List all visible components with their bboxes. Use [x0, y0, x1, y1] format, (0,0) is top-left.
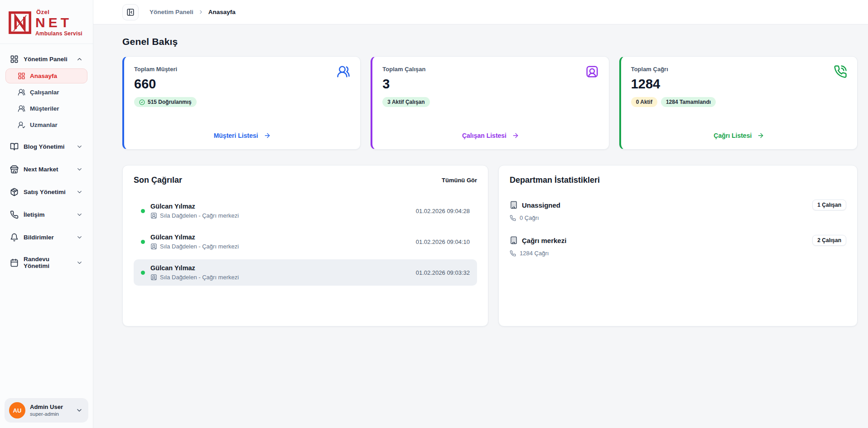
phone-icon — [510, 250, 516, 257]
sidebar-group-label: Yönetim Paneli — [24, 56, 68, 63]
arrow-right-icon — [264, 132, 271, 139]
chevron-down-icon — [76, 143, 83, 150]
users-icon — [18, 105, 25, 112]
sidebar-nav: Yönetim Paneli Anasayfa Çalışanlar — [0, 44, 93, 394]
panels-row: Son Çağrılar Tümünü Gör Gülcan Yılmaz Sı… — [122, 165, 858, 326]
chevron-right-icon — [198, 9, 204, 15]
chevron-down-icon — [76, 211, 83, 218]
arrow-right-icon — [757, 132, 764, 139]
sidebar-item-label: Next Market — [24, 166, 58, 173]
breadcrumb-parent[interactable]: Yönetim Paneli — [149, 9, 193, 15]
musteri-listesi-link[interactable]: Müşteri Listesi — [134, 132, 350, 139]
call-list: Gülcan Yılmaz Sıla Dağdelen - Çağrı merk… — [134, 198, 477, 286]
content: Genel Bakış Toplam Müşteri 660 515 Doğru… — [93, 24, 868, 428]
sidebar-item-label: Randevu Yönetimi — [24, 256, 71, 269]
chevron-down-icon — [76, 259, 83, 266]
main-area: Yönetim Paneli Anasayfa Genel Bakış Topl… — [93, 0, 868, 428]
panel-title: Departman İstatistikleri — [510, 175, 600, 185]
user-meta: Admin User super-admin — [30, 404, 63, 418]
department-name: Unassigned — [522, 201, 560, 209]
page-title: Genel Bakış — [122, 36, 858, 47]
stat-label: Toplam Çağrı — [631, 66, 847, 73]
users-icon — [18, 88, 25, 96]
user-check-icon — [18, 121, 25, 129]
sidebar-toggle-button[interactable] — [122, 4, 139, 20]
status-badge: 3 Aktif Çalışan — [382, 97, 429, 107]
call-timestamp: 01.02.2026 09:04:28 — [416, 208, 470, 214]
sidebar-item-next-market[interactable]: Next Market — [5, 161, 87, 178]
caller-name: Gülcan Yılmaz — [150, 203, 239, 210]
breadcrumb: Yönetim Paneli Anasayfa — [149, 9, 236, 15]
building-icon — [510, 201, 518, 209]
sidebar-item-satis-yonetimi[interactable]: Satış Yönetimi — [5, 184, 87, 200]
phone-icon — [10, 210, 19, 219]
call-list-item[interactable]: Gülcan Yılmaz Sıla Dağdelen - Çağrı merk… — [134, 229, 477, 255]
sidebar-item-anasayfa[interactable]: Anasayfa — [5, 68, 87, 83]
department-stats-panel: Departman İstatistikleri Unassigned 1 Ça… — [498, 165, 858, 326]
badge-row: 3 Aktif Çalışan — [382, 97, 598, 107]
sidebar-item-uzmanlar[interactable]: Uzmanlar — [5, 117, 87, 132]
user-square-icon — [150, 243, 157, 250]
call-list-item[interactable]: Gülcan Yılmaz Sıla Dağdelen - Çağrı merk… — [134, 198, 477, 224]
panel-title: Son Çağrılar — [134, 175, 182, 185]
brand-text: Özel NET Ambulans Servisi — [35, 9, 82, 36]
sidebar-item-calisanlar[interactable]: Çalışanlar — [5, 85, 87, 100]
sidebar-item-iletisim[interactable]: İletişim — [5, 206, 87, 223]
employee-count-badge: 2 Çalışan — [812, 235, 846, 246]
phone-call-icon — [834, 65, 847, 78]
view-all-link[interactable]: Tümünü Gör — [442, 177, 477, 184]
stat-value: 3 — [382, 77, 598, 92]
user-square-icon — [585, 65, 599, 78]
arrow-right-icon — [512, 132, 519, 139]
sidebar-item-randevu-yonetimi[interactable]: Randevu Yönetimi — [5, 252, 87, 273]
badge-row: 515 Doğrulanmış — [134, 97, 350, 107]
users-icon — [337, 65, 350, 78]
building-icon — [510, 236, 518, 244]
phone-icon — [510, 215, 516, 221]
stat-value: 660 — [134, 77, 350, 92]
sidebar-sub-list: Anasayfa Çalışanlar Müşteriler Uzmanlar — [5, 68, 87, 132]
brand-name: NET — [35, 16, 82, 29]
department-item: Unassigned 1 Çalışan 0 Çağrı — [510, 199, 846, 221]
user-name: Admin User — [30, 404, 63, 411]
layout-grid-icon — [18, 72, 25, 80]
sidebar-item-label: Müşteriler — [30, 105, 59, 112]
sidebar-item-label: Satış Yönetimi — [24, 189, 66, 195]
chevron-down-icon — [76, 234, 83, 241]
brand-logo[interactable]: Özel NET Ambulans Servisi — [0, 0, 93, 44]
department-calls: 0 Çağrı — [510, 214, 846, 221]
sidebar-group-yonetim-paneli[interactable]: Yönetim Paneli — [5, 51, 87, 67]
status-badge: 1284 Tamamlandı — [661, 97, 716, 107]
stat-value: 1284 — [631, 77, 847, 92]
call-timestamp: 01.02.2026 09:04:10 — [416, 238, 470, 245]
user-role: super-admin — [30, 411, 63, 417]
caller-name: Gülcan Yılmaz — [150, 233, 239, 241]
package-icon — [10, 188, 19, 196]
panel-left-icon — [126, 8, 135, 16]
sidebar-item-label: İletişim — [24, 211, 45, 218]
department-item: Çağrı merkezi 2 Çalışan 1284 Çağrı — [510, 235, 846, 257]
employee-count-badge: 1 Çalışan — [812, 199, 846, 210]
sidebar-item-blog-yonetimi[interactable]: Blog Yönetimi — [5, 138, 87, 155]
sidebar-item-label: Çalışanlar — [30, 89, 59, 96]
breadcrumb-current: Anasayfa — [208, 9, 236, 15]
cagri-listesi-link[interactable]: Çağrı Listesi — [631, 132, 847, 139]
call-list-item[interactable]: Gülcan Yılmaz Sıla Dağdelen - Çağrı merk… — [134, 259, 477, 286]
stat-label: Toplam Müşteri — [134, 66, 350, 73]
call-agent: Sıla Dağdelen - Çağrı merkezi — [150, 274, 239, 281]
check-circle-icon — [139, 99, 145, 105]
status-dot — [141, 209, 145, 213]
stat-card-toplam-calisan: Toplam Çalışan 3 3 Aktif Çalışan Çalışan… — [371, 56, 609, 150]
stat-card-toplam-cagri: Toplam Çağrı 1284 0 Aktif 1284 Tamamland… — [619, 56, 858, 150]
calisan-listesi-link[interactable]: Çalışan Listesi — [382, 132, 598, 139]
calendar-icon — [10, 258, 19, 267]
sidebar-item-bildirimler[interactable]: Bildirimler — [5, 229, 87, 246]
user-menu[interactable]: AU Admin User super-admin — [5, 398, 88, 423]
chevron-down-icon — [76, 189, 83, 195]
chevron-down-icon — [76, 166, 83, 173]
department-name: Çağrı merkezi — [522, 237, 566, 244]
caller-name: Gülcan Yılmaz — [150, 264, 239, 272]
sidebar-item-label: Uzmanlar — [30, 122, 58, 128]
sidebar-item-musteriler[interactable]: Müşteriler — [5, 101, 87, 116]
stat-cards-row: Toplam Müşteri 660 515 Doğrulanmış Müşte… — [122, 56, 858, 150]
